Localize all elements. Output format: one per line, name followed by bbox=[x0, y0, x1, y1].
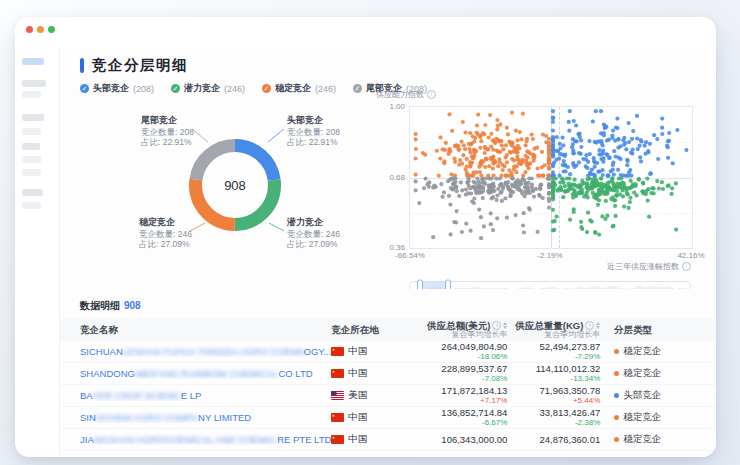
amount-growth: -6.67% bbox=[482, 418, 507, 427]
data-zoom-handle[interactable] bbox=[418, 280, 423, 289]
sidebar-item-skeleton[interactable] bbox=[22, 202, 41, 209]
weight-value: 114,110,012.32 bbox=[536, 364, 601, 374]
y-axis-title-text: 供应能力指数 bbox=[376, 89, 424, 100]
company-link[interactable]: SICHUAN bbox=[80, 346, 123, 357]
location-cell: 中国 bbox=[331, 367, 409, 380]
legend-item[interactable]: ✓头部竞企(208) bbox=[80, 82, 154, 95]
main-content: 竞企分层明细 ✓头部竞企(208)✓潜力竞企(246)✓稳定竞企(246)✓尾部… bbox=[60, 49, 716, 457]
value-stack: 171,872,184.13+7.17% bbox=[410, 386, 508, 405]
data-zoom-slider[interactable] bbox=[409, 279, 691, 289]
sidebar-item-skeleton[interactable] bbox=[22, 128, 41, 135]
legend-label: 头部竞企 bbox=[93, 82, 129, 95]
amount-value: 136,852,714.84 bbox=[441, 408, 507, 418]
company-link[interactable]: CO LTD bbox=[278, 368, 312, 379]
weight-header-text: 供应总重量(KG) bbox=[515, 321, 583, 331]
amount-growth: -7.08% bbox=[482, 374, 507, 383]
tier-label: 稳定竞企 bbox=[623, 367, 661, 380]
tier-cell: 稳定竞企 bbox=[600, 411, 716, 424]
col-header-location: 竞企所在地 bbox=[331, 324, 409, 337]
window-zoom-icon[interactable] bbox=[48, 26, 55, 33]
tier-label: 稳定竞企 bbox=[623, 433, 661, 446]
country-label: 中国 bbox=[348, 345, 367, 358]
amount-cell: 228,899,537.67-7.08% bbox=[410, 364, 508, 383]
company-link[interactable]: NY LIMITED bbox=[198, 412, 251, 423]
info-icon[interactable]: i bbox=[682, 262, 691, 271]
value-stack: 71,963,350.78+5.44% bbox=[507, 386, 600, 405]
tier-cell: 头部竞企 bbox=[600, 389, 716, 402]
country-label: 中国 bbox=[348, 411, 367, 424]
sidebar-item-skeleton[interactable] bbox=[22, 80, 46, 87]
table-section-title: 数据明细908 bbox=[80, 299, 141, 313]
donut-label-count: 竞企数量: 246 bbox=[139, 229, 257, 240]
data-zoom-selection[interactable] bbox=[420, 282, 448, 289]
company-link[interactable]: RE PTE LTD bbox=[277, 434, 331, 445]
sidebar-item-skeleton[interactable] bbox=[22, 156, 41, 163]
legend-count: (208) bbox=[133, 84, 154, 94]
amount-cell: 264,049,804.90-18.06% bbox=[410, 342, 508, 361]
window-minimize-icon[interactable] bbox=[37, 26, 44, 33]
sidebar-item-skeleton[interactable] bbox=[22, 189, 43, 196]
scatter-points bbox=[410, 107, 692, 248]
table-row: JIANGSHAN AGROCHEMICAL AND CHEMICALS SIN… bbox=[60, 429, 716, 451]
amount-header-text: 供应总额(美元) bbox=[427, 321, 490, 331]
page-title: 竞企分层明细 bbox=[92, 56, 188, 75]
tier-label: 稳定竞企 bbox=[623, 411, 661, 424]
col-header-name: 竞企名称 bbox=[80, 324, 331, 337]
x-tick: 42.16% bbox=[669, 251, 713, 260]
scatter-x-axis-title: 近三年供应涨幅指数 i bbox=[574, 261, 691, 272]
legend-label: 潜力竞企 bbox=[184, 82, 220, 95]
donut-chart: 908 头部竞企竞企数量: 208占比: 22.91%潜力竞企竞企数量: 246… bbox=[72, 109, 402, 259]
tier-cell: 稳定竞企 bbox=[600, 345, 716, 358]
donut-label-share: 占比: 27.09% bbox=[139, 239, 257, 250]
flag-china-icon bbox=[331, 347, 344, 356]
value-stack: 33,813,426.47-2.38% bbox=[507, 408, 600, 427]
table-body: SICHUAN LESHAN FUHUA TONGDA AGRO CHEMICA… bbox=[60, 341, 716, 451]
table-row: SHANDONG WEIFANG RAINBOW CHEMICAL CO LTD… bbox=[60, 363, 716, 385]
sidebar-item-skeleton[interactable] bbox=[22, 114, 44, 121]
company-name-cell: BAYER CROP SCIENCE LP bbox=[80, 390, 331, 401]
amount-value: 264,049,804.90 bbox=[441, 342, 507, 352]
legend-count: (246) bbox=[315, 84, 336, 94]
info-icon[interactable]: i bbox=[427, 90, 436, 99]
table-header-row: 竞企名称 竞企所在地 供应总额(美元)i 复合季均增长率 供应总重量(KG)i … bbox=[60, 319, 716, 341]
company-link[interactable]: OGY... bbox=[304, 346, 332, 357]
weight-cell: 71,963,350.78+5.44% bbox=[507, 386, 600, 405]
sidebar-item-skeleton[interactable] bbox=[22, 91, 41, 98]
tier-cell: 稳定竞企 bbox=[600, 367, 716, 380]
y-tick: 1.00 bbox=[374, 102, 405, 111]
window-close-icon[interactable] bbox=[26, 26, 33, 33]
donut-label-尾部竞企: 尾部竞企竞企数量: 208占比: 22.91% bbox=[141, 115, 259, 148]
scatter-y-axis-title: 供应能力指数 i bbox=[376, 89, 436, 100]
tier-dot-icon bbox=[614, 371, 619, 376]
value-stack: 136,852,714.84-6.67% bbox=[410, 408, 508, 427]
company-name-redacted: WEIFANG RAINBOW CHEMICAL bbox=[135, 368, 279, 379]
sidebar-item-skeleton[interactable] bbox=[22, 58, 44, 65]
table-row: BAYER CROP SCIENCE LP美国171,872,184.13+7.… bbox=[60, 385, 716, 407]
info-icon[interactable]: i bbox=[492, 321, 501, 330]
value-stack: 106,343,000.00 bbox=[410, 435, 508, 445]
data-zoom-handle[interactable] bbox=[446, 280, 451, 289]
weight-growth: -7.29% bbox=[575, 352, 600, 361]
weight-growth: -2.38% bbox=[575, 418, 600, 427]
amount-value: 106,343,000.00 bbox=[441, 435, 507, 445]
company-link[interactable]: SIN bbox=[80, 412, 96, 423]
growth-subheader: 复合季均增长率 bbox=[451, 330, 507, 340]
donut-label-name: 稳定竞企 bbox=[139, 217, 257, 228]
col-header-type: 分层类型 bbox=[600, 324, 716, 337]
value-stack: 24,876,360.01 bbox=[507, 435, 600, 445]
legend-label: 稳定竞企 bbox=[275, 82, 311, 95]
company-link[interactable]: BA bbox=[80, 390, 93, 401]
info-icon[interactable]: i bbox=[585, 321, 594, 330]
donut-label-share: 占比: 22.91% bbox=[141, 137, 259, 148]
company-link[interactable]: E LP bbox=[181, 390, 202, 401]
legend-item[interactable]: ✓潜力竞企(246) bbox=[171, 82, 245, 95]
legend-item[interactable]: ✓稳定竞企(246) bbox=[262, 82, 336, 95]
company-link[interactable]: SHANDONG bbox=[80, 368, 135, 379]
amount-growth: +7.17% bbox=[480, 396, 507, 405]
company-link[interactable]: JIA bbox=[80, 434, 94, 445]
location-cell: 中国 bbox=[331, 345, 409, 358]
sidebar-item-skeleton[interactable] bbox=[22, 143, 40, 150]
sidebar-item-skeleton[interactable] bbox=[22, 169, 41, 176]
table-row: SICHUAN LESHAN FUHUA TONGDA AGRO CHEMICA… bbox=[60, 341, 716, 363]
check-circle-icon: ✓ bbox=[353, 84, 362, 93]
